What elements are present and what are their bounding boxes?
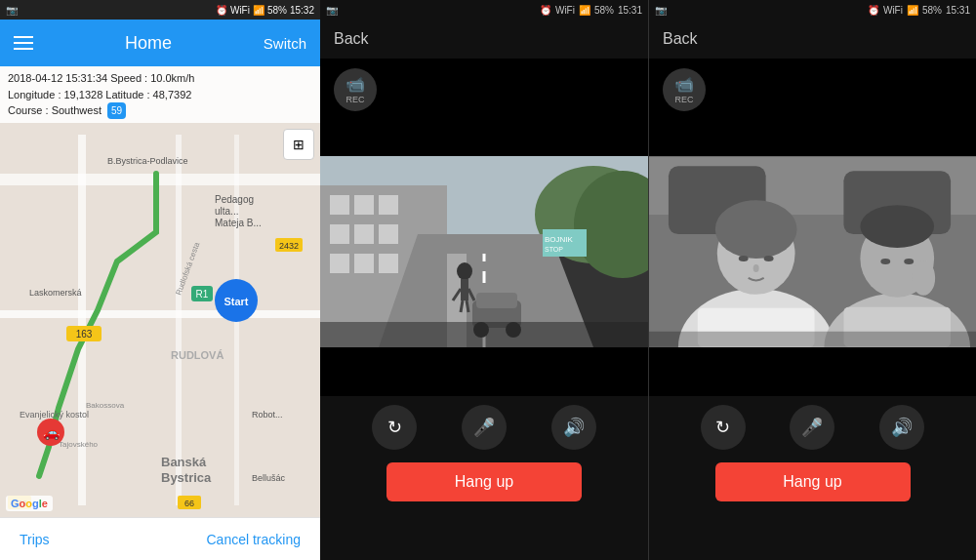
signal-icon-v1: 📶 bbox=[579, 5, 590, 16]
speed-badge: 59 bbox=[107, 102, 126, 119]
svg-rect-45 bbox=[379, 224, 398, 244]
hangup-button-2[interactable]: Hang up bbox=[715, 462, 911, 501]
svg-text:RUDLOVÁ: RUDLOVÁ bbox=[171, 349, 224, 361]
svg-rect-3 bbox=[78, 135, 86, 505]
app-title: Home bbox=[125, 33, 172, 54]
svg-rect-43 bbox=[330, 224, 349, 244]
map-controls: ⊞ bbox=[283, 129, 314, 160]
cancel-tracking-button[interactable]: Cancel tracking bbox=[207, 532, 302, 547]
svg-text:Start: Start bbox=[224, 296, 248, 307]
svg-text:Mateja B...: Mateja B... bbox=[215, 218, 262, 228]
svg-point-73 bbox=[739, 256, 749, 261]
info-line2: Longitude : 19,1328 Latitude : 48,7392 bbox=[8, 87, 312, 103]
wifi-icon-v2: WiFi bbox=[883, 5, 903, 16]
rec-label-1: REC bbox=[346, 95, 364, 104]
svg-rect-53 bbox=[461, 279, 468, 300]
hangup-row-1: Hang up bbox=[320, 459, 648, 513]
svg-text:Pedagog: Pedagog bbox=[215, 194, 254, 205]
svg-text:Laskomerská: Laskomerská bbox=[29, 288, 82, 298]
map-area[interactable]: 163 E77 B.Bystrica-Podlavice Pedagog ult… bbox=[0, 123, 320, 517]
svg-rect-41 bbox=[354, 195, 374, 215]
camera-icon-v1: 📷 bbox=[326, 5, 338, 16]
info-bar: 2018-04-12 15:31:34 Speed : 10.0km/h Lon… bbox=[0, 66, 320, 123]
svg-rect-46 bbox=[330, 254, 349, 273]
video-black-top-2: 📹 REC bbox=[649, 59, 976, 156]
map-bottom-bar: Trips Cancel tracking bbox=[0, 517, 320, 560]
svg-rect-48 bbox=[379, 254, 398, 273]
dashcam-feed: BOJNIK STOP bbox=[320, 156, 648, 347]
status-bar-map: 📷 ⏰ WiFi 📶 58% 15:32 bbox=[0, 0, 320, 20]
mute-video-button-1[interactable]: 🎤 bbox=[462, 405, 507, 450]
app-bar: Home Switch bbox=[0, 20, 320, 66]
rec-icon-1: 📹 bbox=[346, 75, 365, 94]
video-top-bar-1: Back bbox=[320, 20, 648, 59]
hamburger-icon[interactable] bbox=[14, 36, 33, 50]
wifi-icon: WiFi bbox=[230, 5, 250, 16]
svg-rect-2 bbox=[0, 310, 320, 318]
rotate-icon-1: ↻ bbox=[387, 417, 402, 438]
svg-text:ulta...: ulta... bbox=[215, 206, 238, 217]
svg-text:Robot...: Robot... bbox=[252, 410, 283, 420]
svg-point-79 bbox=[860, 205, 934, 248]
status-bar-left: 📷 bbox=[6, 5, 18, 16]
svg-point-72 bbox=[715, 200, 797, 259]
svg-line-56 bbox=[461, 300, 463, 312]
svg-rect-65 bbox=[320, 322, 648, 347]
camera-icon: 📷 bbox=[6, 5, 18, 16]
back-label-1[interactable]: Back bbox=[334, 30, 369, 48]
svg-text:66: 66 bbox=[184, 499, 194, 508]
battery-v1: 58% bbox=[594, 5, 614, 16]
video-black-bottom-1 bbox=[320, 347, 648, 396]
svg-rect-47 bbox=[354, 254, 374, 273]
battery-text: 58% bbox=[267, 5, 287, 16]
hangup-row-2: Hang up bbox=[649, 459, 976, 513]
map-panel: 📷 ⏰ WiFi 📶 58% 15:32 Home Switch 2018-04… bbox=[0, 0, 320, 560]
status-bar-video2: 📷 ⏰ WiFi 📶 58% 15:31 bbox=[649, 0, 976, 20]
rec-button-2[interactable]: 📹 REC bbox=[663, 68, 706, 111]
rec-label-2: REC bbox=[674, 95, 693, 104]
video-panel-2: 📷 ⏰ WiFi 📶 58% 15:31 Back 📹 REC bbox=[648, 0, 976, 560]
back-label-2[interactable]: Back bbox=[663, 30, 698, 48]
svg-point-81 bbox=[904, 259, 914, 264]
interior-feed bbox=[649, 156, 976, 347]
map-layers-button[interactable]: ⊞ bbox=[283, 129, 314, 160]
svg-text:2432: 2432 bbox=[279, 241, 299, 251]
svg-rect-42 bbox=[379, 195, 398, 215]
google-logo: Google bbox=[6, 496, 53, 511]
video-black-top-1: 📹 REC bbox=[320, 59, 648, 156]
mute-video-button-2[interactable]: 🎤 bbox=[790, 405, 834, 450]
trips-button[interactable]: Trips bbox=[20, 532, 50, 547]
svg-text:STOP: STOP bbox=[545, 246, 563, 253]
svg-point-74 bbox=[764, 256, 774, 261]
svg-rect-44 bbox=[354, 224, 374, 244]
speaker-button-2[interactable]: 🔊 bbox=[879, 405, 924, 450]
svg-rect-1 bbox=[0, 174, 320, 185]
signal-icon-v2: 📶 bbox=[907, 5, 918, 16]
rotate-button-1[interactable]: ↻ bbox=[372, 405, 417, 450]
rec-button-1[interactable]: 📹 REC bbox=[334, 68, 377, 111]
status-bar-video1: 📷 ⏰ WiFi 📶 58% 15:31 bbox=[320, 0, 648, 20]
alarm-icon-v2: ⏰ bbox=[868, 5, 879, 16]
rotate-icon-2: ↻ bbox=[715, 417, 730, 438]
svg-rect-4 bbox=[176, 135, 182, 505]
alarm-icon: ⏰ bbox=[216, 5, 227, 16]
rotate-button-2[interactable]: ↻ bbox=[701, 405, 746, 450]
switch-button[interactable]: Switch bbox=[264, 35, 306, 52]
svg-point-80 bbox=[880, 259, 890, 264]
svg-point-75 bbox=[753, 264, 759, 272]
svg-text:BOJNIK: BOJNIK bbox=[545, 235, 574, 244]
wifi-icon-v1: WiFi bbox=[555, 5, 575, 16]
svg-text:Bellušác: Bellušác bbox=[252, 473, 286, 483]
speaker-button-1[interactable]: 🔊 bbox=[551, 405, 596, 450]
hangup-button-1[interactable]: Hang up bbox=[386, 462, 582, 501]
svg-text:Bakossova: Bakossova bbox=[86, 401, 125, 410]
svg-point-82 bbox=[912, 260, 935, 296]
battery-v2: 58% bbox=[922, 5, 942, 16]
time-text-map: 15:32 bbox=[290, 5, 314, 16]
svg-text:Bystrica: Bystrica bbox=[161, 470, 212, 485]
svg-text:Tajovského: Tajovského bbox=[59, 440, 99, 449]
signal-icon: 📶 bbox=[253, 5, 264, 16]
rec-icon-2: 📹 bbox=[674, 75, 694, 94]
controls-row-2: ↻ 🎤 🔊 bbox=[649, 396, 976, 459]
video-top-bar-2: Back bbox=[649, 20, 976, 59]
